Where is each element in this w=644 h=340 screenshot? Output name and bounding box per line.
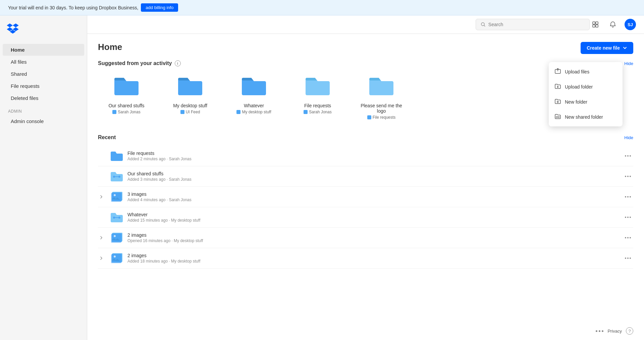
list-item[interactable]: 3 images Added 4 minutes ago · Sarah Jon… [98, 187, 633, 207]
svg-rect-8 [115, 176, 119, 177]
list-item[interactable]: Whatever Added 15 minutes ago · My deskt… [98, 207, 633, 228]
upload-folder-icon [555, 83, 561, 90]
svg-point-33 [630, 237, 631, 238]
logo[interactable] [0, 21, 87, 44]
folder-name: My desktop stuff [173, 103, 207, 108]
avatar[interactable]: SJ [625, 19, 636, 30]
list-item[interactable]: 2 images Added 18 minutes ago · My deskt… [98, 248, 633, 269]
dropdown-upload-files[interactable]: Upload files [549, 64, 623, 79]
chevron-down-icon [623, 46, 627, 50]
dropdown-new-folder[interactable]: New folder [549, 94, 623, 109]
sidebar: HomeAll filesSharedFile requestsDeleted … [0, 15, 87, 340]
sidebar-item-home[interactable]: Home [3, 44, 84, 56]
folder-meta: Sarah Jonas [304, 110, 331, 114]
item-icon [111, 170, 123, 182]
sidebar-admin-nav: Admin console [0, 115, 87, 127]
create-dropdown: Upload files Upload folder New folder Ne… [549, 62, 623, 126]
search-bar[interactable] [476, 19, 590, 30]
main-area: SJ Home Suggested from your activity i H… [87, 15, 644, 340]
folder-meta-dot [180, 110, 184, 114]
svg-point-26 [630, 217, 631, 218]
svg-point-23 [118, 217, 120, 219]
more-button[interactable] [623, 232, 633, 243]
item-icon [111, 232, 123, 244]
item-info: Our shared stuffs Added 3 minutes ago · … [127, 171, 618, 182]
page-title: Home [98, 42, 633, 52]
svg-point-7 [630, 155, 631, 157]
item-name: File requests [127, 151, 618, 156]
dropdown-new-shared-folder[interactable]: New shared folder [549, 109, 623, 124]
svg-point-17 [114, 194, 116, 196]
list-item[interactable]: 2 images Opened 16 minutes ago · My desk… [98, 228, 633, 248]
recent-title: Recent [98, 134, 116, 140]
svg-rect-1 [593, 22, 595, 24]
folder-name: Please send me the logo [357, 103, 406, 114]
item-name: 2 images [127, 253, 618, 258]
suggested-folder-please-send-me-the-logo[interactable]: Please send me the logo File requests [353, 72, 410, 124]
more-button[interactable] [623, 253, 633, 264]
svg-point-5 [625, 155, 626, 157]
suggested-folder-file-requests[interactable]: File requests Sarah Jonas [289, 72, 346, 124]
help-icon[interactable]: ? [626, 327, 633, 335]
expand-icon[interactable] [98, 193, 105, 200]
sidebar-item-all-files[interactable]: All files [3, 56, 84, 68]
svg-point-19 [627, 196, 629, 197]
sidebar-item-deleted-files[interactable]: Deleted files [3, 92, 84, 104]
more-button[interactable] [623, 151, 633, 161]
expand-icon[interactable] [98, 234, 105, 241]
privacy-link[interactable]: Privacy [607, 329, 622, 334]
svg-point-24 [625, 217, 626, 218]
sidebar-item-file-requests[interactable]: File requests [3, 80, 84, 92]
sidebar-nav: HomeAll filesSharedFile requestsDeleted … [0, 44, 87, 104]
suggested-hide-button[interactable]: Hide [624, 61, 633, 66]
grid-icon[interactable] [590, 19, 601, 30]
admin-section-label: Admin [0, 104, 87, 115]
item-name: Whatever [127, 212, 618, 217]
svg-point-30 [114, 235, 116, 237]
more-button[interactable] [623, 212, 633, 223]
add-billing-button[interactable]: add billing info [141, 3, 178, 12]
svg-rect-21 [115, 217, 119, 218]
more-button[interactable] [623, 171, 633, 182]
list-item[interactable]: File requests Added 2 minutes ago · Sara… [98, 146, 633, 166]
item-icon [111, 211, 123, 223]
suggested-folder-our-shared-stuffs[interactable]: Our shared stuffs Sarah Jonas [98, 72, 155, 124]
svg-rect-3 [593, 25, 595, 27]
create-new-file-button[interactable]: Create new file [581, 42, 633, 54]
info-icon[interactable]: i [175, 60, 181, 66]
expand-icon[interactable] [98, 255, 105, 262]
suggested-title: Suggested from your activity i [98, 60, 181, 66]
bell-icon[interactable] [607, 19, 619, 30]
item-info: File requests Added 2 minutes ago · Sara… [127, 151, 618, 161]
folder-meta: UI Feed [180, 110, 200, 114]
more-options[interactable] [596, 330, 603, 332]
item-info: 2 images Opened 16 minutes ago · My desk… [127, 232, 618, 243]
svg-point-9 [113, 176, 115, 178]
suggested-folder-whatever[interactable]: Whatever My desktop stuff [225, 72, 282, 124]
svg-point-10 [118, 176, 120, 178]
folder-meta-dot [112, 110, 116, 114]
item-name: 3 images [127, 191, 618, 197]
svg-point-20 [630, 196, 631, 197]
item-sub: Added 3 minutes ago · Sarah Jonas [127, 177, 618, 182]
new-folder-icon [555, 98, 561, 105]
item-sub: Added 15 minutes ago · My desktop stuff [127, 218, 618, 223]
content-area: Home Suggested from your activity i Hide… [87, 34, 644, 340]
list-item[interactable]: Our shared stuffs Added 3 minutes ago · … [98, 166, 633, 187]
recent-hide-button[interactable]: Hide [624, 135, 633, 140]
search-input[interactable] [488, 22, 585, 27]
folder-icon [242, 76, 266, 100]
suggested-folder-my-desktop-stuff[interactable]: My desktop stuff UI Feed [162, 72, 219, 124]
svg-point-22 [113, 217, 115, 219]
sidebar-item-admin-console[interactable]: Admin console [3, 115, 84, 127]
more-button[interactable] [623, 191, 633, 202]
topbar: SJ [87, 15, 644, 34]
dropdown-upload-folder[interactable]: Upload folder [549, 79, 623, 94]
svg-point-11 [625, 176, 626, 177]
folder-meta-dot [367, 115, 371, 119]
create-button-container: Create new file Upload files Upload fold… [581, 42, 633, 54]
item-sub: Opened 16 minutes ago · My desktop stuff [127, 238, 618, 243]
svg-rect-29 [112, 233, 122, 242]
sidebar-item-shared[interactable]: Shared [3, 68, 84, 80]
folder-name: Our shared stuffs [108, 103, 144, 108]
